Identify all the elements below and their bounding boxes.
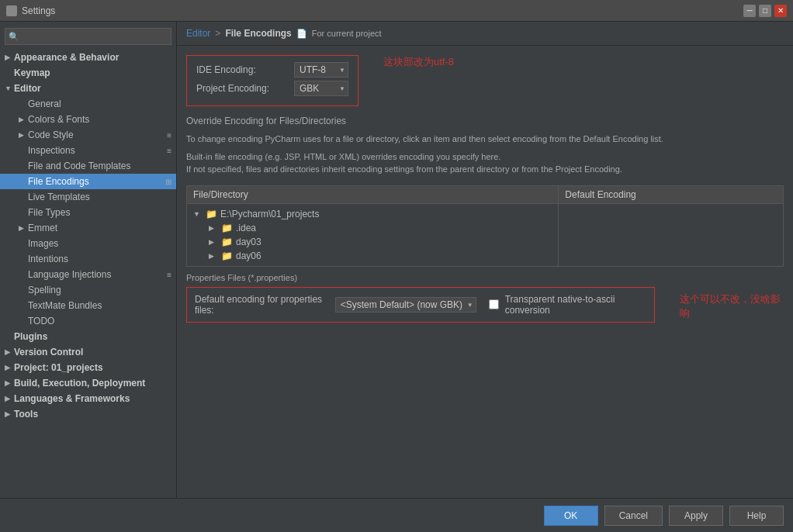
table-row[interactable]: 📁 E:\Pycharm\01_projects 📁 .idea 📁	[187, 203, 784, 266]
tree-arrow-icon	[209, 224, 218, 232]
tree-arrow-icon	[209, 252, 218, 260]
sidebar-item-live-templates[interactable]: Live Templates	[0, 189, 176, 205]
tree-item-root[interactable]: 📁 E:\Pycharm\01_projects	[193, 207, 552, 221]
tree-label: .idea	[236, 223, 256, 233]
help-button[interactable]: Help	[729, 506, 784, 526]
cancel-button[interactable]: Cancel	[604, 506, 663, 526]
sidebar-label-project: Project: 01_projects	[14, 362, 103, 373]
search-icon: 🔍	[9, 32, 19, 42]
tree-item-idea[interactable]: 📁 .idea	[193, 221, 552, 235]
sidebar-item-build[interactable]: Build, Execution, Deployment	[0, 375, 176, 391]
close-button[interactable]: ✕	[774, 5, 787, 17]
sidebar-item-tools[interactable]: Tools	[0, 406, 176, 422]
badge-icon: ≡	[167, 131, 171, 140]
breadcrumb-current: File Encodings	[225, 28, 291, 39]
search-input[interactable]	[5, 28, 171, 45]
badge-icon: ≡	[167, 147, 171, 155]
sidebar-label: Images	[28, 238, 58, 249]
sidebar-label: File Types	[28, 207, 70, 218]
arrow-icon	[5, 410, 14, 418]
properties-encoding-select[interactable]: <System Default> (now GBK) UTF-8 GBK	[335, 297, 476, 313]
table-col-encoding: Default Encoding	[559, 185, 784, 203]
badge-icon: ⊞	[165, 178, 171, 186]
sidebar-label-vc: Version Control	[14, 347, 83, 358]
sidebar-label: TextMate Bundles	[28, 300, 102, 311]
breadcrumb-editor[interactable]: Editor	[186, 28, 210, 39]
title-bar: Settings ─ □ ✕	[0, 0, 793, 22]
maximize-button[interactable]: □	[759, 5, 771, 17]
folder-icon: 📁	[221, 237, 233, 247]
sidebar-label: Colors & Fonts	[28, 114, 89, 125]
override-desc2-line2: If not specified, files and directories …	[186, 164, 622, 174]
ide-encoding-row: IDE Encoding: UTF-8 GBK UTF-16	[196, 62, 348, 78]
settings-panel: IDE Encoding: UTF-8 GBK UTF-16 Project E…	[177, 46, 793, 498]
sidebar-item-appearance[interactable]: Appearance & Behavior	[0, 50, 176, 65]
sidebar-item-version-control[interactable]: Version Control	[0, 344, 176, 360]
sidebar-label-languages: Languages & Frameworks	[14, 393, 130, 404]
arrow-icon	[5, 54, 14, 61]
sidebar-label: General	[28, 98, 61, 109]
sidebar-item-file-encodings[interactable]: File Encodings ⊞	[0, 174, 176, 189]
sidebar-label: TODO	[28, 316, 54, 326]
sidebar-item-images[interactable]: Images	[0, 236, 176, 251]
properties-select-wrapper[interactable]: <System Default> (now GBK) UTF-8 GBK	[335, 297, 476, 313]
arrow-icon	[5, 395, 14, 402]
ide-encoding-select-wrapper[interactable]: UTF-8 GBK UTF-16	[294, 62, 348, 78]
sidebar-label: Language Injections	[28, 269, 111, 280]
sidebar-item-languages[interactable]: Languages & Frameworks	[0, 391, 176, 406]
project-encoding-select-wrapper[interactable]: GBK UTF-8 UTF-16	[294, 81, 348, 96]
sidebar-item-colors-fonts[interactable]: Colors & Fonts	[0, 112, 176, 127]
sidebar-item-project[interactable]: Project: 01_projects	[0, 360, 176, 375]
properties-row: Default encoding for properties files: <…	[186, 287, 655, 323]
sidebar-item-emmet[interactable]: Emmet	[0, 220, 176, 236]
ok-button[interactable]: OK	[544, 506, 598, 526]
bottom-bar: OK Cancel Apply Help	[0, 498, 793, 532]
sidebar-label-editor: Editor	[14, 83, 41, 94]
folder-icon: 📁	[206, 209, 217, 219]
properties-row-wrapper: Default encoding for properties files: <…	[186, 287, 784, 326]
sidebar-item-code-style[interactable]: Code Style ≡	[0, 127, 176, 143]
breadcrumb-project: For current project	[312, 29, 382, 38]
badge-icon: ≡	[167, 271, 171, 279]
minimize-button[interactable]: ─	[743, 5, 756, 17]
encoding-annotation-wrapper: IDE Encoding: UTF-8 GBK UTF-16 Project E…	[186, 55, 784, 116]
tree-item-day03[interactable]: 📁 day03	[193, 235, 552, 249]
transparent-conversion-checkbox[interactable]	[489, 299, 499, 309]
properties-section: Properties Files (*.properties) Default …	[186, 273, 784, 326]
sidebar-label: Emmet	[28, 223, 57, 233]
tree-item-day06[interactable]: 📁 day06	[193, 249, 552, 263]
sidebar-item-editor[interactable]: Editor	[0, 81, 176, 96]
transparent-conversion-label: Transparent native-to-ascii conversion	[505, 294, 646, 316]
ide-encoding-select[interactable]: UTF-8 GBK UTF-16	[294, 62, 348, 78]
apply-button[interactable]: Apply	[669, 506, 723, 526]
file-directory-table: File/Directory Default Encoding 📁 E:\Pyc…	[186, 185, 784, 267]
arrow-icon	[19, 116, 28, 123]
sidebar-item-spelling[interactable]: Spelling	[0, 282, 176, 298]
sidebar-item-keymap[interactable]: Keymap	[0, 65, 176, 81]
project-icon: 📄	[296, 29, 307, 39]
search-box[interactable]: 🔍	[5, 28, 171, 45]
arrow-icon	[5, 364, 14, 371]
project-encoding-select[interactable]: GBK UTF-8 UTF-16	[294, 81, 348, 96]
sidebar-item-inspections[interactable]: Inspections ≡	[0, 143, 176, 158]
window-controls[interactable]: ─ □ ✕	[743, 5, 787, 17]
sidebar-item-textmate[interactable]: TextMate Bundles	[0, 298, 176, 313]
sidebar-label: Spelling	[28, 285, 61, 295]
app-icon	[6, 5, 17, 16]
breadcrumb-separator: >	[215, 28, 220, 39]
arrow-icon	[5, 379, 14, 387]
title-bar-left: Settings	[6, 5, 55, 16]
sidebar-item-plugins[interactable]: Plugins	[0, 329, 176, 344]
sidebar-label: Inspections	[28, 145, 75, 156]
encoding-section: IDE Encoding: UTF-8 GBK UTF-16 Project E…	[186, 55, 358, 106]
content-area: Editor > File Encodings 📄 For current pr…	[177, 22, 793, 498]
sidebar-item-file-code-templates[interactable]: File and Code Templates	[0, 158, 176, 174]
override-desc2: Built-in file encoding (e.g. JSP, HTML o…	[186, 150, 784, 176]
sidebar-item-general[interactable]: General	[0, 96, 176, 112]
sidebar-item-todo[interactable]: TODO	[0, 313, 176, 329]
sidebar-item-language-injections[interactable]: Language Injections ≡	[0, 267, 176, 282]
ide-encoding-label: IDE Encoding:	[196, 64, 289, 75]
sidebar-item-intentions[interactable]: Intentions	[0, 251, 176, 267]
tree-arrow-icon	[193, 210, 203, 218]
sidebar-item-file-types[interactable]: File Types	[0, 205, 176, 220]
